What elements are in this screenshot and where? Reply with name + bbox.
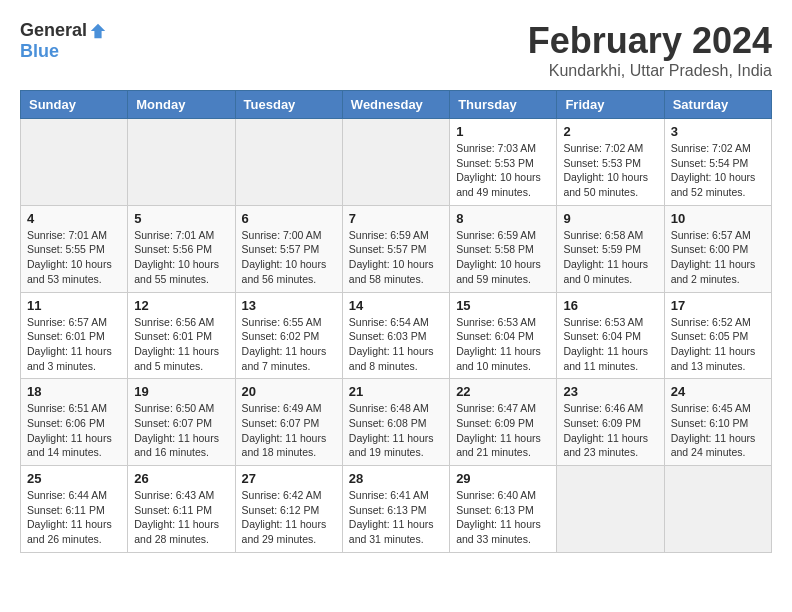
day-number: 8 (456, 211, 550, 226)
day-number: 24 (671, 384, 765, 399)
calendar-cell: 25Sunrise: 6:44 AMSunset: 6:11 PMDayligh… (21, 466, 128, 553)
calendar-cell: 22Sunrise: 6:47 AMSunset: 6:09 PMDayligh… (450, 379, 557, 466)
calendar-cell: 17Sunrise: 6:52 AMSunset: 6:05 PMDayligh… (664, 292, 771, 379)
day-number: 7 (349, 211, 443, 226)
calendar-cell: 6Sunrise: 7:00 AMSunset: 5:57 PMDaylight… (235, 205, 342, 292)
calendar-cell (557, 466, 664, 553)
day-number: 28 (349, 471, 443, 486)
logo: General Blue (20, 20, 107, 62)
calendar-cell: 29Sunrise: 6:40 AMSunset: 6:13 PMDayligh… (450, 466, 557, 553)
day-info: Sunrise: 6:52 AMSunset: 6:05 PMDaylight:… (671, 315, 765, 374)
calendar-week-row: 18Sunrise: 6:51 AMSunset: 6:06 PMDayligh… (21, 379, 772, 466)
day-number: 16 (563, 298, 657, 313)
day-info: Sunrise: 6:58 AMSunset: 5:59 PMDaylight:… (563, 228, 657, 287)
day-info: Sunrise: 6:59 AMSunset: 5:57 PMDaylight:… (349, 228, 443, 287)
calendar-cell: 19Sunrise: 6:50 AMSunset: 6:07 PMDayligh… (128, 379, 235, 466)
calendar-cell: 27Sunrise: 6:42 AMSunset: 6:12 PMDayligh… (235, 466, 342, 553)
calendar-cell (664, 466, 771, 553)
calendar-cell: 18Sunrise: 6:51 AMSunset: 6:06 PMDayligh… (21, 379, 128, 466)
day-number: 15 (456, 298, 550, 313)
day-info: Sunrise: 6:49 AMSunset: 6:07 PMDaylight:… (242, 401, 336, 460)
day-info: Sunrise: 7:00 AMSunset: 5:57 PMDaylight:… (242, 228, 336, 287)
calendar-cell (235, 119, 342, 206)
day-number: 21 (349, 384, 443, 399)
day-number: 18 (27, 384, 121, 399)
day-info: Sunrise: 6:48 AMSunset: 6:08 PMDaylight:… (349, 401, 443, 460)
day-number: 4 (27, 211, 121, 226)
calendar-day-header: Saturday (664, 91, 771, 119)
day-number: 25 (27, 471, 121, 486)
calendar-cell: 2Sunrise: 7:02 AMSunset: 5:53 PMDaylight… (557, 119, 664, 206)
day-info: Sunrise: 6:53 AMSunset: 6:04 PMDaylight:… (456, 315, 550, 374)
calendar-table: SundayMondayTuesdayWednesdayThursdayFrid… (20, 90, 772, 553)
day-info: Sunrise: 6:54 AMSunset: 6:03 PMDaylight:… (349, 315, 443, 374)
day-info: Sunrise: 6:55 AMSunset: 6:02 PMDaylight:… (242, 315, 336, 374)
calendar-cell: 26Sunrise: 6:43 AMSunset: 6:11 PMDayligh… (128, 466, 235, 553)
calendar-day-header: Wednesday (342, 91, 449, 119)
page-header: General Blue February 2024 Kundarkhi, Ut… (20, 20, 772, 80)
day-number: 6 (242, 211, 336, 226)
calendar-cell: 23Sunrise: 6:46 AMSunset: 6:09 PMDayligh… (557, 379, 664, 466)
calendar-cell: 13Sunrise: 6:55 AMSunset: 6:02 PMDayligh… (235, 292, 342, 379)
title-section: February 2024 Kundarkhi, Uttar Pradesh, … (528, 20, 772, 80)
day-number: 2 (563, 124, 657, 139)
day-number: 19 (134, 384, 228, 399)
day-info: Sunrise: 6:44 AMSunset: 6:11 PMDaylight:… (27, 488, 121, 547)
day-number: 5 (134, 211, 228, 226)
calendar-cell: 7Sunrise: 6:59 AMSunset: 5:57 PMDaylight… (342, 205, 449, 292)
day-number: 23 (563, 384, 657, 399)
logo-icon (89, 22, 107, 40)
calendar-cell: 11Sunrise: 6:57 AMSunset: 6:01 PMDayligh… (21, 292, 128, 379)
calendar-day-header: Monday (128, 91, 235, 119)
day-number: 1 (456, 124, 550, 139)
day-info: Sunrise: 6:47 AMSunset: 6:09 PMDaylight:… (456, 401, 550, 460)
day-info: Sunrise: 6:57 AMSunset: 6:01 PMDaylight:… (27, 315, 121, 374)
logo-blue-text: Blue (20, 41, 59, 62)
svg-marker-0 (91, 23, 105, 37)
calendar-header-row: SundayMondayTuesdayWednesdayThursdayFrid… (21, 91, 772, 119)
calendar-week-row: 11Sunrise: 6:57 AMSunset: 6:01 PMDayligh… (21, 292, 772, 379)
calendar-cell: 28Sunrise: 6:41 AMSunset: 6:13 PMDayligh… (342, 466, 449, 553)
calendar-day-header: Friday (557, 91, 664, 119)
day-info: Sunrise: 6:50 AMSunset: 6:07 PMDaylight:… (134, 401, 228, 460)
calendar-cell: 21Sunrise: 6:48 AMSunset: 6:08 PMDayligh… (342, 379, 449, 466)
day-number: 3 (671, 124, 765, 139)
day-info: Sunrise: 6:46 AMSunset: 6:09 PMDaylight:… (563, 401, 657, 460)
day-info: Sunrise: 6:42 AMSunset: 6:12 PMDaylight:… (242, 488, 336, 547)
day-info: Sunrise: 7:02 AMSunset: 5:54 PMDaylight:… (671, 141, 765, 200)
day-number: 13 (242, 298, 336, 313)
calendar-cell: 20Sunrise: 6:49 AMSunset: 6:07 PMDayligh… (235, 379, 342, 466)
day-number: 17 (671, 298, 765, 313)
day-info: Sunrise: 6:57 AMSunset: 6:00 PMDaylight:… (671, 228, 765, 287)
day-number: 26 (134, 471, 228, 486)
day-info: Sunrise: 7:01 AMSunset: 5:55 PMDaylight:… (27, 228, 121, 287)
day-info: Sunrise: 7:02 AMSunset: 5:53 PMDaylight:… (563, 141, 657, 200)
calendar-cell: 3Sunrise: 7:02 AMSunset: 5:54 PMDaylight… (664, 119, 771, 206)
day-number: 29 (456, 471, 550, 486)
day-number: 12 (134, 298, 228, 313)
day-number: 22 (456, 384, 550, 399)
calendar-cell: 24Sunrise: 6:45 AMSunset: 6:10 PMDayligh… (664, 379, 771, 466)
day-number: 20 (242, 384, 336, 399)
calendar-cell: 16Sunrise: 6:53 AMSunset: 6:04 PMDayligh… (557, 292, 664, 379)
calendar-cell: 12Sunrise: 6:56 AMSunset: 6:01 PMDayligh… (128, 292, 235, 379)
calendar-week-row: 25Sunrise: 6:44 AMSunset: 6:11 PMDayligh… (21, 466, 772, 553)
day-number: 10 (671, 211, 765, 226)
day-info: Sunrise: 6:40 AMSunset: 6:13 PMDaylight:… (456, 488, 550, 547)
day-number: 9 (563, 211, 657, 226)
day-info: Sunrise: 6:53 AMSunset: 6:04 PMDaylight:… (563, 315, 657, 374)
calendar-week-row: 4Sunrise: 7:01 AMSunset: 5:55 PMDaylight… (21, 205, 772, 292)
calendar-cell (21, 119, 128, 206)
day-info: Sunrise: 6:43 AMSunset: 6:11 PMDaylight:… (134, 488, 228, 547)
calendar-day-header: Thursday (450, 91, 557, 119)
calendar-cell: 1Sunrise: 7:03 AMSunset: 5:53 PMDaylight… (450, 119, 557, 206)
calendar-cell: 9Sunrise: 6:58 AMSunset: 5:59 PMDaylight… (557, 205, 664, 292)
calendar-cell: 4Sunrise: 7:01 AMSunset: 5:55 PMDaylight… (21, 205, 128, 292)
calendar-day-header: Sunday (21, 91, 128, 119)
day-info: Sunrise: 7:03 AMSunset: 5:53 PMDaylight:… (456, 141, 550, 200)
calendar-week-row: 1Sunrise: 7:03 AMSunset: 5:53 PMDaylight… (21, 119, 772, 206)
calendar-cell: 14Sunrise: 6:54 AMSunset: 6:03 PMDayligh… (342, 292, 449, 379)
day-info: Sunrise: 6:59 AMSunset: 5:58 PMDaylight:… (456, 228, 550, 287)
day-number: 27 (242, 471, 336, 486)
calendar-cell: 8Sunrise: 6:59 AMSunset: 5:58 PMDaylight… (450, 205, 557, 292)
